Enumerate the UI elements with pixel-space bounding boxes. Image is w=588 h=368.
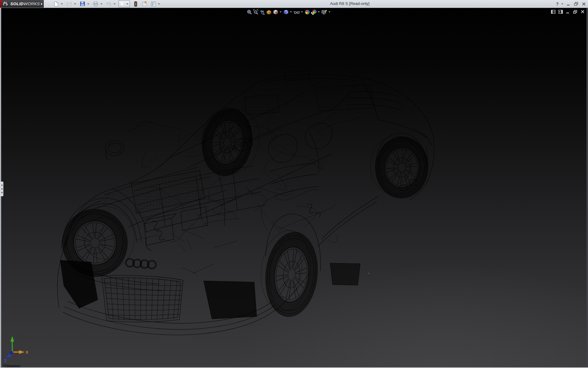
- apply-scene-caret[interactable]: [318, 11, 320, 13]
- zoom-to-area-button[interactable]: [253, 9, 259, 15]
- appearance-ball-icon: [304, 9, 310, 15]
- new-document-button[interactable]: [53, 0, 60, 7]
- close-button[interactable]: [581, 2, 586, 6]
- pane-right-icon: [558, 10, 563, 14]
- previous-view-button[interactable]: [259, 9, 266, 15]
- options-checklist-icon: [151, 1, 156, 6]
- restore-icon: [573, 10, 577, 14]
- wireframe-car-model: [0, 8, 588, 367]
- display-style-cube-icon: [283, 9, 289, 15]
- minimize-icon: [566, 10, 570, 13]
- undo-icon: [106, 1, 112, 6]
- undo-button[interactable]: [105, 0, 112, 7]
- toolbar-expand-button[interactable]: [40, 0, 44, 8]
- print-dropdown-caret[interactable]: [100, 3, 102, 5]
- hide-show-items-button[interactable]: [293, 9, 300, 15]
- reference-triad: X Z: [2, 334, 32, 362]
- display-style-caret[interactable]: [290, 11, 292, 13]
- title-bar: SOLIDWORKS: [0, 0, 588, 8]
- triad-x-arrow: [19, 350, 24, 354]
- apply-scene-icon: [311, 9, 317, 15]
- zoom-to-area-icon: [253, 9, 259, 15]
- view-settings-icon: [321, 9, 328, 15]
- print-icon: [93, 1, 99, 6]
- open-dropdown-caret[interactable]: [74, 3, 76, 5]
- logo-red-strip: [0, 0, 2, 8]
- select-cursor-icon: [119, 1, 125, 7]
- new-document-icon: [54, 1, 59, 7]
- chevron-right-icon: [41, 3, 43, 5]
- document-restore-button[interactable]: [573, 9, 578, 14]
- section-view-icon: [266, 9, 272, 15]
- save-button[interactable]: [79, 0, 86, 7]
- chevron-left-icon: [1, 188, 2, 190]
- restore-icon: [574, 2, 578, 6]
- solidworks-3s-logo-icon: [3, 1, 9, 7]
- triad-y-arrow: [10, 336, 14, 342]
- triad-x-label: X: [26, 350, 28, 355]
- open-document-button[interactable]: [66, 0, 73, 7]
- close-icon: [582, 2, 586, 6]
- restore-button[interactable]: [574, 2, 579, 6]
- document-close-button[interactable]: [580, 9, 585, 14]
- options-dropdown-caret[interactable]: [158, 3, 160, 5]
- select-tool-button[interactable]: [119, 0, 130, 7]
- minimize-button[interactable]: [566, 2, 571, 6]
- graphics-viewport[interactable]: X Z *Dimetric: [0, 8, 588, 367]
- print-button[interactable]: [92, 0, 99, 7]
- view-settings-button[interactable]: [321, 9, 328, 15]
- edit-appearance-button[interactable]: [304, 9, 311, 15]
- show-left-pane-button[interactable]: [551, 9, 556, 14]
- open-folder-icon: [66, 2, 72, 6]
- show-right-pane-button[interactable]: [558, 9, 563, 14]
- standard-toolbar: [53, 0, 163, 8]
- heads-up-view-toolbar: [246, 9, 332, 15]
- traffic-light-icon: [134, 1, 137, 7]
- solidworks-window: SOLIDWORKS: [0, 0, 588, 368]
- file-properties-button[interactable]: [141, 0, 148, 7]
- save-dropdown-caret[interactable]: [87, 3, 89, 5]
- options-button[interactable]: [150, 0, 157, 7]
- logo-text: SOLIDWORKS: [10, 2, 40, 6]
- select-dropdown-caret[interactable]: [126, 3, 128, 5]
- view-orientation-cube-icon: [273, 9, 279, 15]
- cursor-speck: [368, 273, 369, 274]
- view-orientation-button[interactable]: [272, 9, 279, 15]
- window-title: Audi R8 S [Read-only]: [330, 1, 370, 6]
- pane-left-icon: [551, 10, 556, 14]
- feature-manager-collapsed-tab[interactable]: [0, 182, 3, 196]
- view-orientation-caret[interactable]: [280, 11, 281, 13]
- chevron-left-icon: [1, 192, 2, 194]
- document-minimize-button[interactable]: [565, 9, 570, 14]
- file-properties-icon: [142, 1, 147, 6]
- help-button[interactable]: ?: [556, 2, 559, 6]
- undo-dropdown-caret[interactable]: [114, 3, 115, 5]
- close-icon: [581, 10, 585, 13]
- save-floppy-icon: [80, 1, 85, 6]
- zoom-to-fit-icon: [247, 9, 252, 15]
- zoom-to-fit-button[interactable]: [246, 9, 253, 15]
- section-view-button[interactable]: [266, 9, 272, 15]
- display-style-button[interactable]: [283, 9, 289, 15]
- eyeglasses-icon: [293, 9, 300, 15]
- new-dropdown-caret[interactable]: [61, 3, 63, 5]
- triad-z-label: Z: [4, 358, 6, 362]
- solidworks-logo: SOLIDWORKS: [0, 0, 40, 8]
- triad-origin: [9, 351, 13, 355]
- minimize-icon: [567, 2, 570, 6]
- view-settings-caret[interactable]: [329, 11, 330, 13]
- viewport-right-edge: [586, 8, 588, 367]
- chevron-left-icon: [1, 184, 2, 186]
- window-controls: ?: [556, 0, 586, 8]
- hide-show-items-caret[interactable]: [301, 11, 303, 13]
- help-dropdown-caret[interactable]: [561, 3, 563, 5]
- apply-scene-button[interactable]: [311, 9, 317, 15]
- document-window-controls: [551, 9, 585, 14]
- rebuild-button[interactable]: [132, 0, 139, 7]
- previous-view-icon: [259, 9, 265, 15]
